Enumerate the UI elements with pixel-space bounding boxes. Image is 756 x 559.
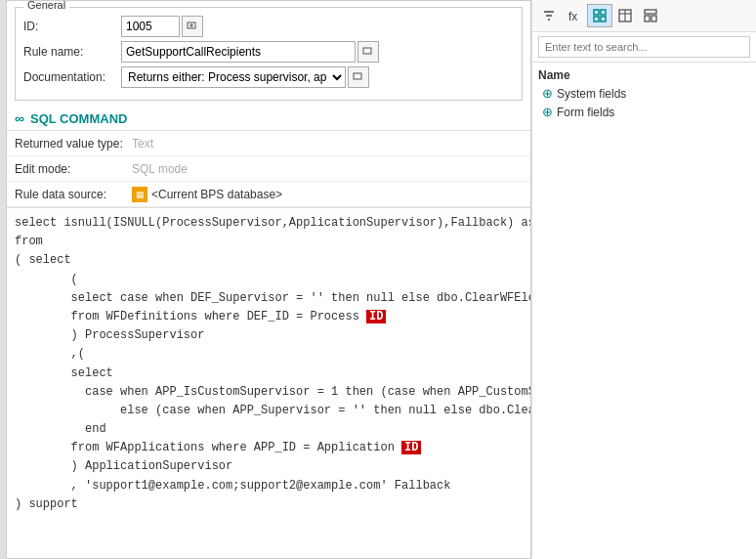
svg-rect-9 — [594, 10, 599, 15]
sql-command-title: SQL COMMAND — [30, 111, 127, 126]
id-browse-button[interactable] — [182, 16, 203, 37]
documentation-select[interactable]: Returns either: Process supervisor, appl… — [121, 66, 346, 88]
code-line-4: ( — [15, 271, 523, 289]
rulename-label: Rule name: — [23, 45, 121, 59]
svg-rect-11 — [594, 17, 599, 22]
documentation-label: Documentation: — [23, 70, 121, 84]
rulename-browse-icon — [362, 46, 374, 58]
edit-mode-value: SQL mode — [132, 162, 188, 176]
general-section: General ID: Rule name: Documenta — [15, 7, 523, 101]
values-button[interactable] — [587, 4, 612, 27]
code-line-8: ,( — [15, 345, 523, 364]
table-icon — [618, 9, 632, 22]
rulename-browse-button[interactable] — [357, 41, 379, 63]
rulename-row: Rule name: — [23, 41, 514, 63]
formula-button[interactable]: fx — [562, 4, 587, 27]
id-row: ID: — [23, 16, 514, 37]
code-area[interactable]: select isnull(ISNULL(ProcessSupervisor,A… — [7, 207, 530, 558]
process-word: Process — [310, 310, 366, 323]
layout-icon — [644, 9, 657, 22]
application-id-badge: ID — [401, 441, 421, 454]
doc-browse-icon — [353, 71, 364, 83]
svg-text:fx: fx — [568, 10, 577, 22]
code-line-2: from — [15, 233, 523, 251]
search-input[interactable] — [538, 36, 750, 58]
layout-button[interactable] — [638, 4, 663, 27]
tree-item-form-fields[interactable]: ⊕ Form fields — [538, 103, 750, 121]
id-input[interactable] — [121, 16, 180, 37]
svg-rect-3 — [363, 48, 371, 54]
returned-type-row: Returned value type: Text — [7, 131, 530, 156]
db-icon: ▦ — [132, 187, 147, 202]
table-button[interactable] — [612, 4, 638, 27]
tree-item-system-fields[interactable]: ⊕ System fields — [538, 84, 750, 103]
code-line-14: ) ApplicationSupervisor — [15, 457, 523, 476]
code-line-1: select isnull(ISNULL(ProcessSupervisor,A… — [15, 214, 523, 233]
expand-icon-system: ⊕ — [542, 86, 553, 101]
right-toolbar: fx — [532, 0, 756, 32]
documentation-row: Documentation: Returns either: Process s… — [23, 66, 514, 88]
tree-item-form-fields-label: Form fields — [557, 106, 614, 119]
code-line-5: select case when DEF_Supervisor = '' the… — [15, 289, 523, 308]
filter-button[interactable] — [536, 4, 562, 27]
right-panel: fx — [531, 0, 756, 559]
code-line-12: end — [15, 420, 523, 439]
general-legend: General — [23, 0, 69, 11]
code-line-9: select — [15, 365, 523, 383]
filter-icon — [542, 9, 556, 22]
values-icon — [593, 9, 607, 22]
code-line-10: case when APP_IsCustomSupervisor = 1 the… — [15, 383, 523, 402]
code-line-6: from WFDefinitions where DEF_ID = Proces… — [15, 308, 523, 326]
svg-rect-18 — [651, 16, 656, 22]
rulename-input[interactable] — [121, 41, 356, 63]
edit-mode-label: Edit mode: — [15, 162, 132, 176]
returned-type-label: Returned value type: — [15, 137, 132, 150]
formula-icon: fx — [567, 9, 581, 22]
tree-header: Name — [538, 66, 750, 84]
datasource-row: Rule data source: ▦ <Current BPS databas… — [7, 182, 530, 207]
browse-icon — [187, 21, 198, 32]
application-word: Application — [317, 441, 401, 454]
code-line-13: from WFApplications where APP_ID = Appli… — [15, 439, 523, 457]
svg-rect-12 — [601, 17, 606, 22]
datasource-label: Rule data source: — [15, 188, 132, 201]
right-tree: Name ⊕ System fields ⊕ Form fields — [532, 63, 756, 125]
process-id-badge: ID — [366, 310, 386, 323]
main-content: General ID: Rule name: Documenta — [6, 0, 531, 559]
svg-rect-4 — [354, 73, 361, 79]
datasource-text: <Current BPS database> — [151, 188, 282, 201]
datasource-value: ▦ <Current BPS database> — [132, 187, 282, 202]
expand-icon-form: ⊕ — [542, 105, 553, 119]
code-line-16: ) support — [15, 495, 523, 514]
edit-mode-row: Edit mode: SQL mode — [7, 156, 530, 182]
code-line-11: else (case when APP_Supervisor = '' then… — [15, 402, 523, 420]
svg-rect-10 — [601, 10, 606, 15]
documentation-browse-button[interactable] — [348, 66, 369, 88]
id-label: ID: — [23, 20, 121, 33]
sql-form: Returned value type: Text Edit mode: SQL… — [7, 130, 530, 207]
sql-command-header: ∞ SQL COMMAND — [7, 105, 530, 130]
code-line-3: ( select — [15, 251, 523, 270]
tree-item-system-fields-label: System fields — [557, 87, 626, 101]
svg-rect-17 — [645, 16, 650, 22]
code-line-15: , 'support1@example.com;support2@example… — [15, 477, 523, 495]
returned-type-value: Text — [132, 137, 153, 150]
sql-icon: ∞ — [15, 110, 24, 126]
right-search-area — [532, 32, 756, 63]
svg-rect-16 — [645, 10, 656, 14]
code-line-7: ) ProcessSupervisor — [15, 326, 523, 345]
